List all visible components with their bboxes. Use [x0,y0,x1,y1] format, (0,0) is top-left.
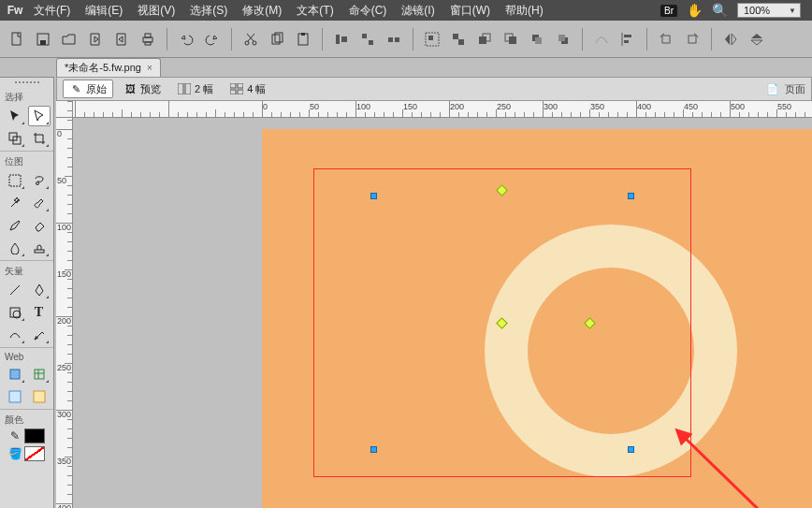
arrange-step-back-button[interactable] [554,30,573,49]
resize-handle[interactable] [628,446,634,453]
ruler-origin[interactable] [56,101,73,118]
align-button-2[interactable] [358,30,377,49]
align-button-1[interactable] [332,30,351,49]
tab-close-icon[interactable]: × [147,63,152,73]
resize-handle[interactable] [370,446,377,453]
save-button[interactable] [34,30,52,49]
line-tool[interactable] [4,280,26,300]
image-icon: 🖼 [123,82,137,95]
rotate-cw-button[interactable] [683,30,702,49]
separator [322,28,323,51]
menu-modify[interactable]: 修改(M) [235,0,289,21]
view-preview-label: 预览 [140,82,161,96]
subselect-tool[interactable] [28,106,51,126]
knife-tool[interactable] [28,325,51,345]
svg-rect-36 [185,83,191,94]
cut-button[interactable] [241,30,260,49]
arrange-step-front-button[interactable] [528,30,546,49]
svg-rect-51 [9,391,21,402]
view-preview-button[interactable]: 🖼 预览 [117,80,167,98]
crop-tool[interactable] [28,128,51,149]
paste-button[interactable] [294,30,312,49]
rotate-ccw-button[interactable] [657,30,675,49]
hotspot-tool[interactable] [4,364,26,385]
ungroup-button[interactable] [449,30,468,49]
svg-rect-0 [12,33,21,45]
flip-horizontal-button[interactable] [721,30,740,49]
view-2up-button[interactable]: 2 幅 [171,80,220,98]
resize-handle[interactable] [370,193,377,199]
path-edit-button[interactable] [592,30,611,49]
text-tool[interactable]: T [28,302,51,323]
center-handle[interactable] [496,317,508,329]
view-original-button[interactable]: ✎ 原始 [63,80,113,98]
freeform-tool[interactable] [4,325,26,345]
section-select-title: 选择 [3,89,51,106]
pages-label[interactable]: 页面 [785,82,805,96]
redo-button[interactable] [203,30,222,49]
arrange-front-button[interactable] [475,30,494,49]
menu-commands[interactable]: 命令(C) [341,0,395,21]
menu-select[interactable]: 选择(S) [182,0,235,21]
slice-tool[interactable] [28,364,51,385]
eraser-tool[interactable] [28,215,51,236]
print-button[interactable] [138,30,157,49]
ruler-vertical[interactable]: 050100150200250300350400 [56,118,73,508]
bridge-badge[interactable]: Br [660,5,677,17]
align-button-3[interactable] [384,30,403,49]
new-file-button[interactable] [7,30,26,49]
menu-help[interactable]: 帮助(H) [498,0,551,21]
import-button[interactable] [86,30,105,49]
separator [582,28,583,51]
pencil-tool[interactable] [4,215,26,236]
document-tab[interactable]: *未命名-5.fw.png × [56,58,161,77]
menu-filters[interactable]: 滤镜(I) [394,0,442,21]
ruler-horizontal[interactable]: 050100150200250300350400450500550600650 [73,101,812,118]
arrange-back-button[interactable] [501,30,520,49]
export-button[interactable] [112,30,131,49]
resize-handle[interactable] [628,193,634,199]
shape-tool[interactable] [4,302,26,323]
menu-edit[interactable]: 编辑(E) [78,0,130,21]
svg-rect-29 [558,35,565,41]
open-button[interactable] [60,30,79,49]
separator [711,28,712,51]
radius-handle[interactable] [584,317,596,329]
svg-rect-50 [35,370,44,379]
panel-handle[interactable] [0,78,53,87]
hand-icon[interactable]: ✋ [687,3,703,18]
menu-window[interactable]: 窗口(W) [442,0,498,21]
svg-point-7 [253,41,256,45]
svg-rect-5 [145,42,151,45]
lasso-tool[interactable] [28,170,51,191]
menu-view[interactable]: 视图(V) [130,0,182,21]
undo-button[interactable] [177,30,196,49]
copy-button[interactable] [268,30,286,49]
stroke-swatch[interactable] [24,428,45,443]
hide-slices-button[interactable] [28,386,51,407]
selection-box[interactable] [313,168,691,477]
fill-swatch[interactable] [24,446,45,461]
svg-rect-32 [624,40,629,43]
wand-tool[interactable] [4,193,26,213]
blur-tool[interactable] [4,238,26,258]
svg-rect-45 [35,250,44,253]
stamp-tool[interactable] [28,238,51,258]
align-left-button[interactable] [618,30,637,49]
rotate-handle[interactable] [496,184,508,196]
menu-file[interactable]: 文件(F) [26,0,78,21]
zoom-combo[interactable]: 100% ▼ [737,3,801,18]
svg-rect-17 [395,37,399,42]
menu-text[interactable]: 文本(T) [289,0,341,21]
group-button[interactable] [423,30,442,49]
brush-tool[interactable] [28,193,51,213]
pen-tool[interactable] [28,280,51,300]
show-slices-button[interactable] [4,386,26,407]
search-icon[interactable]: 🔍 [712,3,728,18]
page-icon: 📄 [766,83,779,95]
pointer-tool[interactable] [4,106,26,126]
marquee-tool[interactable] [4,170,26,191]
scale-tool[interactable] [4,128,26,149]
view-4up-button[interactable]: 4 幅 [224,80,272,98]
flip-vertical-button[interactable] [747,30,766,49]
